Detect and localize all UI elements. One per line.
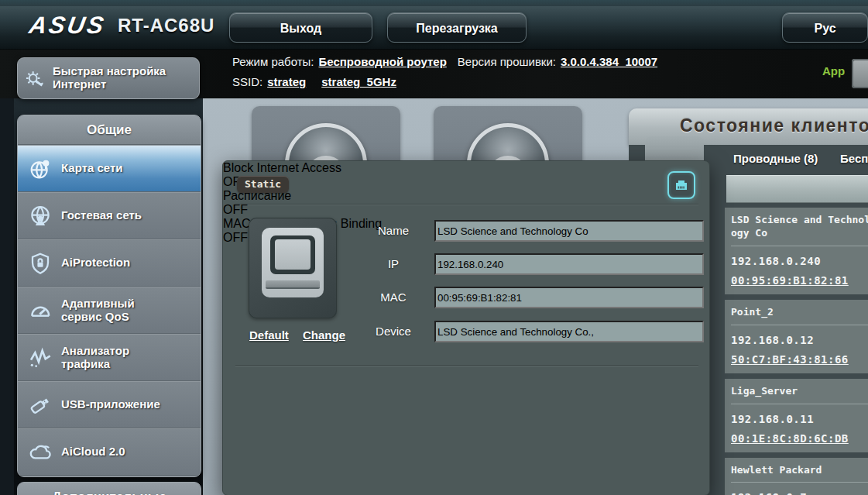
client-list-item[interactable]: Point_2 192.168.0.12 50:C7:BF:43:81:66: [725, 300, 868, 373]
name-field-label: Name: [359, 224, 428, 237]
ssid-link-24ghz[interactable]: strateg: [267, 75, 306, 88]
client-list-item[interactable]: Hewlett Packard 192.168.0.7: [725, 458, 868, 495]
usb-drive-icon: [28, 393, 53, 418]
ssid-label: SSID:: [232, 75, 262, 88]
guest-network-icon: [28, 204, 53, 229]
client-ip: 192.168.0.11: [731, 413, 868, 425]
panel-tab-stub: [645, 136, 704, 163]
schedule-toggle[interactable]: OFF: [223, 203, 709, 217]
sidebar-group-advanced: Дополнительные: [17, 482, 201, 495]
block-internet-label: Block Internet Access: [223, 161, 709, 175]
sidebar-item-label: USB-приложение: [61, 398, 160, 411]
asus-logo: ASUS: [27, 12, 108, 40]
mac-field-label: MAC: [359, 290, 428, 304]
schedule-row: Расписание OFF: [223, 189, 709, 217]
firmware-label: Версия прошивки:: [458, 55, 556, 68]
sidebar-item-traffic-analyzer[interactable]: Анализатор трафика: [18, 334, 201, 381]
client-list-item[interactable]: LSD Science and Technology Co 192.168.0.…: [725, 208, 868, 294]
sidebar-group-general-title: Общие: [18, 115, 201, 145]
router-model: RT-AC68U: [118, 15, 214, 36]
network-map-icon: [28, 156, 53, 181]
sidebar-item-guest-network[interactable]: Гостевая сеть: [18, 192, 201, 239]
divider: [235, 204, 698, 205]
divider: [731, 325, 868, 325]
default-image-link[interactable]: Default: [249, 328, 289, 342]
sidebar-group-general: Общие Карта сети Гостевая сеть: [17, 115, 201, 477]
reboot-button[interactable]: Перезагрузка: [387, 12, 527, 43]
ethernet-interface-button[interactable]: [667, 171, 695, 199]
gauge-icon: [28, 298, 53, 323]
language-button[interactable]: Рус: [782, 12, 868, 43]
sidebar-item-label: AiProtection: [61, 256, 130, 270]
client-ip: 192.168.0.240: [731, 255, 868, 267]
ethernet-port-icon: [674, 177, 689, 193]
sidebar-item-aicloud[interactable]: AiCloud 2.0: [18, 428, 201, 476]
quick-setup-label: Быстрая настройка Интернет: [53, 65, 193, 91]
divider: [731, 246, 868, 246]
shield-lock-icon: [28, 251, 53, 276]
app-label: App: [822, 64, 845, 77]
client-list: LSD Science and Technology Co 192.168.0.…: [725, 208, 868, 495]
sidebar-item-usb-application[interactable]: USB-приложение: [18, 381, 201, 428]
sidebar-group-advanced-title: Дополнительные: [18, 483, 201, 495]
top-bar: ASUS RT-AC68U Выход Перезагрузка Рус: [0, 0, 868, 50]
block-internet-toggle[interactable]: OFF: [223, 175, 709, 189]
sidebar-item-network-map[interactable]: Карта сети: [18, 145, 201, 192]
divider: [235, 365, 698, 366]
mode-label: Режим работы:: [232, 55, 314, 68]
sidebar-item-label: Адаптивный сервис QoS: [61, 297, 177, 324]
client-name: Liga_Server: [731, 385, 868, 398]
quick-setup-gear-icon: [24, 65, 46, 91]
sidebar-item-quick-setup[interactable]: Быстрая настройка Интернет: [17, 57, 200, 99]
ip-field-label: IP: [359, 257, 428, 270]
logout-button[interactable]: Выход: [229, 12, 372, 43]
computer-icon: [262, 228, 324, 297]
client-mac-link[interactable]: 00:1E:8C:8D:6C:DB: [731, 432, 868, 445]
divider: [731, 404, 868, 404]
block-internet-row: Block Internet Access OFF: [223, 161, 709, 189]
schedule-label: Расписание: [223, 189, 709, 203]
operation-mode-link[interactable]: Беспроводной роутер: [319, 55, 447, 68]
divider: [731, 482, 868, 483]
ip-input[interactable]: [434, 253, 704, 275]
ssid-line: SSID:strategstrateg_5GHz: [232, 75, 407, 88]
client-list-item[interactable]: Liga_Server 192.168.0.11 00:1E:8C:8D:6C:…: [725, 379, 868, 452]
client-device-image: [249, 218, 337, 318]
client-list-header-band[interactable]: [726, 175, 868, 203]
client-name: LSD Science and Technology Co: [731, 214, 868, 240]
sidebar-item-label: Гостевая сеть: [61, 209, 142, 222]
static-badge: Static: [237, 176, 289, 193]
tab-wired-clients[interactable]: Проводные (8): [733, 152, 818, 165]
traffic-wave-icon: [28, 345, 53, 370]
name-input[interactable]: [434, 220, 704, 242]
client-ip: 192.168.0.12: [731, 334, 868, 346]
client-mac-link[interactable]: 00:95:69:B1:82:81: [731, 274, 868, 287]
sidebar-item-label: Карта сети: [61, 162, 123, 175]
toggle-state: OFF: [223, 203, 709, 217]
sidebar-item-adaptive-qos[interactable]: Адаптивный сервис QoS: [18, 287, 201, 334]
client-ip: 192.168.0.7: [731, 491, 868, 495]
sidebar-item-label: AiCloud 2.0: [61, 445, 125, 459]
sidebar-item-label: Анализатор трафика: [61, 345, 177, 371]
client-mac-link[interactable]: 50:C7:BF:43:81:66: [731, 353, 868, 366]
sidebar-item-aiprotection[interactable]: AiProtection: [18, 239, 201, 287]
client-name: Hewlett Packard: [731, 464, 868, 477]
device-input[interactable]: [434, 321, 704, 342]
client-name: Point_2: [731, 306, 868, 319]
router-admin-page: ASUS RT-AC68U Выход Перезагрузка Рус Реж…: [0, 0, 868, 495]
tab-wireless-clients[interactable]: Беспроводные: [840, 152, 868, 165]
device-field-label: Device: [359, 325, 428, 338]
firmware-version-link[interactable]: 3.0.0.4.384_10007: [561, 55, 657, 68]
device-image-links: Default Change: [249, 328, 356, 342]
toggle-state: OFF: [223, 175, 709, 189]
client-detail-popup: Static Default Change Name IP MA: [222, 160, 710, 495]
firmware-line: Режим работы:Беспроводной роутерВерсия п…: [232, 55, 668, 68]
change-image-link[interactable]: Change: [303, 328, 345, 342]
ssid-link-5ghz[interactable]: strateg_5GHz: [321, 75, 396, 88]
app-qr-icon[interactable]: [852, 59, 868, 88]
cloud-icon: [28, 440, 53, 465]
mac-input[interactable]: [434, 287, 704, 308]
client-status-title: Состояние клиентов: [680, 115, 868, 136]
